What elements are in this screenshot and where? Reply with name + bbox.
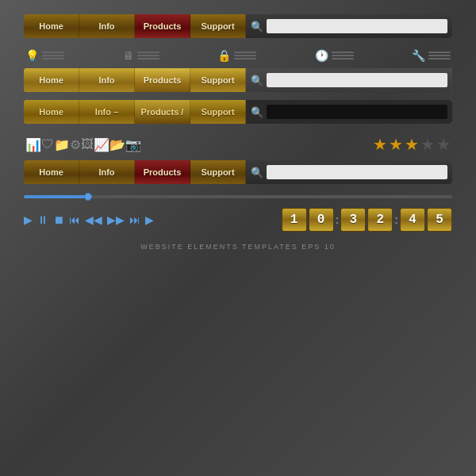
search-icon-3: 🔍 bbox=[251, 106, 263, 118]
player-controls: ▶ ⏸ ⏹ ⏮ ◀◀ ▶▶ ⏭ ▶ bbox=[24, 213, 154, 226]
home-btn-4[interactable]: Home bbox=[24, 160, 79, 184]
home-btn-2[interactable]: Home bbox=[24, 68, 79, 92]
play-button[interactable]: ▶ bbox=[24, 213, 33, 226]
next-button[interactable]: ⏭ bbox=[129, 213, 140, 226]
shield-icon: 🛡 bbox=[41, 137, 54, 152]
footer-text: WEBSITE ELEMENTS TEMPLATES EPS 10 bbox=[140, 243, 336, 251]
search-icon-2: 🔍 bbox=[251, 75, 263, 86]
lines-2 bbox=[137, 52, 159, 60]
products-btn-1[interactable]: Products bbox=[135, 14, 190, 38]
icon-group-4: 🕐 bbox=[315, 49, 354, 62]
player-row: ▶ ⏸ ⏹ ⏮ ◀◀ ▶▶ ⏭ ▶ 1 0 : 3 2 : 4 5 bbox=[24, 205, 452, 235]
search-area-1: 🔍 bbox=[246, 14, 452, 38]
home-btn-1[interactable]: Home bbox=[24, 14, 79, 38]
search-icon-4: 🔍 bbox=[251, 167, 263, 178]
navigation-bar-3: Home Info – Products / Support 🔍 bbox=[24, 100, 452, 124]
icon-group-1: 💡 bbox=[25, 49, 64, 62]
products-btn-4[interactable]: Products bbox=[135, 160, 190, 184]
support-btn-3[interactable]: Support bbox=[190, 100, 246, 124]
info-btn-4[interactable]: Info bbox=[79, 160, 135, 184]
clock-colon-1: : bbox=[336, 213, 340, 226]
forward-button[interactable]: ▶▶ bbox=[107, 213, 125, 226]
wrench-icon: 🔧 bbox=[412, 49, 425, 62]
clock-sec-tens: 4 bbox=[400, 208, 425, 232]
camera-icon: 📷 bbox=[125, 137, 141, 152]
slider-thumb[interactable] bbox=[84, 193, 92, 201]
lines-4 bbox=[332, 52, 354, 60]
star-2: ★ bbox=[389, 135, 403, 154]
support-btn-1[interactable]: Support bbox=[190, 14, 246, 38]
pause-button[interactable]: ⏸ bbox=[37, 213, 48, 226]
clock-icon: 🕐 bbox=[315, 49, 328, 62]
chart-icon: 📊 bbox=[25, 137, 41, 152]
clock-hour-ones: 0 bbox=[309, 208, 334, 232]
search-area-4: 🔍 bbox=[246, 160, 452, 184]
clock-sec-ones: 5 bbox=[427, 208, 452, 232]
search-input-3[interactable] bbox=[267, 105, 447, 119]
navigation-bar-4: Home Info Products Support 🔍 bbox=[24, 160, 452, 184]
prev-button[interactable]: ⏮ bbox=[69, 213, 80, 226]
clock-colon-2: : bbox=[394, 213, 398, 226]
icon-group-3: 🔒 bbox=[217, 49, 256, 62]
star-3: ★ bbox=[405, 135, 419, 154]
icon-group-2: 🖥 bbox=[123, 49, 159, 62]
lock-icon: 🔒 bbox=[217, 49, 231, 62]
info-btn-1[interactable]: Info bbox=[79, 14, 135, 38]
clock-hour-tens: 1 bbox=[282, 208, 307, 232]
info-btn-3[interactable]: Info – bbox=[79, 100, 135, 124]
settings-icon: ⚙ bbox=[70, 137, 81, 152]
lines-3 bbox=[234, 52, 256, 60]
navbar-1: Home Info Products Support 🔍 bbox=[24, 14, 452, 43]
search-area-3: 🔍 bbox=[246, 100, 452, 124]
bulb-icon: 💡 bbox=[25, 49, 39, 62]
monitor-icon: 🖥 bbox=[123, 49, 134, 62]
flip-clock: 1 0 : 3 2 : 4 5 bbox=[282, 208, 452, 232]
stop-button[interactable]: ⏹ bbox=[53, 213, 64, 226]
slider-row bbox=[24, 192, 452, 202]
navigation-bar-1: Home Info Products Support 🔍 bbox=[24, 14, 452, 38]
play2-button[interactable]: ▶ bbox=[145, 213, 154, 226]
search-input-4[interactable] bbox=[267, 165, 447, 179]
search-icon-1: 🔍 bbox=[251, 21, 263, 33]
slider-track[interactable] bbox=[24, 195, 452, 198]
navbar-4: Home Info Products Support 🔍 bbox=[24, 160, 452, 189]
support-btn-2[interactable]: Support bbox=[190, 68, 246, 92]
star-1: ★ bbox=[373, 135, 387, 154]
lines-1 bbox=[42, 52, 64, 60]
info-btn-2[interactable]: Info bbox=[79, 68, 135, 92]
products-btn-2[interactable]: Products bbox=[135, 68, 190, 92]
navbar-2: Home Info Products Support 🔍 bbox=[24, 68, 452, 97]
graph-icon: 📈 bbox=[94, 137, 109, 152]
support-btn-4[interactable]: Support bbox=[190, 160, 246, 184]
search-input-2[interactable] bbox=[267, 73, 447, 87]
search-area-2: 🔍 bbox=[246, 68, 452, 92]
folder-icon: 📁 bbox=[54, 137, 70, 152]
image-icon: 🖼 bbox=[81, 137, 94, 152]
open-folder-icon: 📂 bbox=[109, 137, 125, 152]
home-btn-3[interactable]: Home bbox=[24, 100, 79, 124]
navigation-bar-2: Home Info Products Support 🔍 bbox=[24, 68, 452, 92]
navbar-3: Home Info – Products / Support 🔍 bbox=[24, 100, 452, 129]
clock-min-tens: 3 bbox=[340, 208, 366, 232]
lines-5 bbox=[428, 52, 451, 60]
icon-row: 💡 🖥 🔒 🕐 🔧 bbox=[24, 46, 452, 65]
clock-min-ones: 2 bbox=[367, 208, 393, 232]
icon-group-5: 🔧 bbox=[412, 49, 451, 62]
tools-row: 📊 🛡 📁 ⚙ 🖼 📈 📂 📷 ★ ★ ★ ★ ★ bbox=[24, 132, 452, 157]
rewind-button[interactable]: ◀◀ bbox=[85, 213, 102, 226]
stars-container: ★ ★ ★ ★ ★ bbox=[141, 135, 451, 154]
star-5: ★ bbox=[436, 135, 451, 154]
products-btn-3[interactable]: Products / bbox=[135, 100, 190, 124]
search-input-1[interactable] bbox=[267, 19, 447, 33]
star-4: ★ bbox=[420, 135, 435, 154]
